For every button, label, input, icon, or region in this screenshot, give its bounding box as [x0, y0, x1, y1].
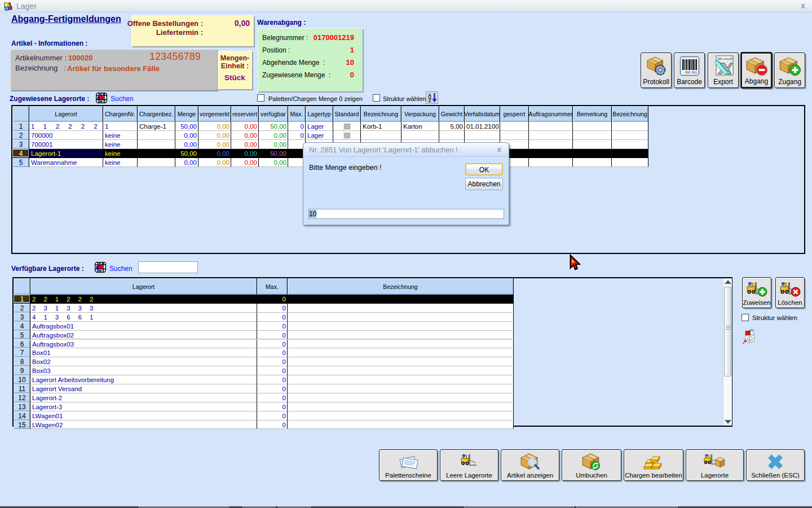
svg-text:Microsoft: Microsoft: [717, 56, 733, 61]
svg-text:011: 011: [692, 71, 697, 75]
svg-text:010: 010: [685, 71, 690, 75]
svg-text:Z: Z: [428, 98, 431, 103]
svg-text:L: L: [749, 336, 751, 341]
